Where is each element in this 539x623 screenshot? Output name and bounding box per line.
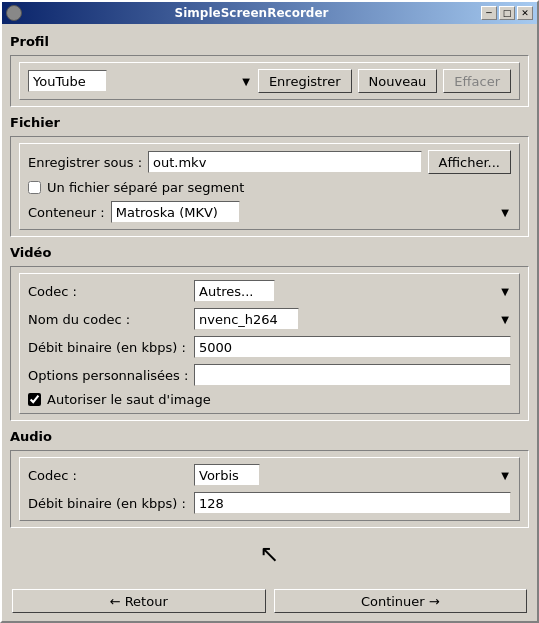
profil-section: YouTube Custom ▼ Enregistrer Nouveau Eff… (10, 55, 529, 107)
fichier-inner: Enregistrer sous : Afficher... Un fichie… (19, 143, 520, 230)
back-label: Retour (125, 594, 168, 609)
audio-codec-label: Codec : (28, 468, 188, 483)
codec-name-row: Nom du codec : nvenc_h264 libx264 ▼ (28, 308, 511, 330)
segment-checkbox[interactable] (28, 181, 41, 194)
video-section: Codec : Autres... H.264 H.265 VP8 ▼ Nom … (10, 266, 529, 421)
minimize-button[interactable]: ─ (481, 6, 497, 20)
save-as-input[interactable] (148, 151, 422, 173)
container-row: Conteneur : Matroska (MKV) MP4 AVI ▼ (28, 201, 511, 223)
new-button[interactable]: Nouveau (358, 69, 438, 93)
continue-label: Continuer (361, 594, 425, 609)
video-codec-row: Codec : Autres... H.264 H.265 VP8 ▼ (28, 280, 511, 302)
cursor-area: ↖ (10, 532, 529, 575)
skip-label: Autoriser le saut d'image (47, 392, 211, 407)
skip-row: Autoriser le saut d'image (28, 392, 511, 407)
video-codec-label: Codec : (28, 284, 188, 299)
audio-section: Codec : Vorbis AAC MP3 ▼ Débit binaire (… (10, 450, 529, 528)
audio-codec-row: Codec : Vorbis AAC MP3 ▼ (28, 464, 511, 486)
codec-name-dropdown[interactable]: nvenc_h264 libx264 (194, 308, 299, 330)
container-dropdown-arrow: ▼ (501, 207, 509, 218)
bottom-bar: Retour Continuer (2, 581, 537, 621)
skip-checkbox[interactable] (28, 393, 41, 406)
save-as-row: Enregistrer sous : Afficher... (28, 150, 511, 174)
window-title: SimpleScreenRecorder (22, 6, 481, 20)
title-bar: SimpleScreenRecorder ─ □ ✕ (2, 2, 537, 24)
window-controls: ─ □ ✕ (481, 6, 533, 20)
video-section-label: Vidéo (10, 245, 529, 260)
continue-arrow-icon (429, 594, 440, 609)
maximize-button[interactable]: □ (499, 6, 515, 20)
window-icon (6, 5, 22, 21)
codec-name-select-wrapper: nvenc_h264 libx264 ▼ (194, 308, 511, 330)
audio-bitrate-input[interactable] (194, 492, 511, 514)
video-inner: Codec : Autres... H.264 H.265 VP8 ▼ Nom … (19, 273, 520, 414)
video-bitrate-row: Débit binaire (en kbps) : (28, 336, 511, 358)
profil-inner: YouTube Custom ▼ Enregistrer Nouveau Eff… (19, 62, 520, 100)
profil-row: YouTube Custom ▼ Enregistrer Nouveau Eff… (28, 69, 511, 93)
profil-dropdown-arrow: ▼ (242, 76, 250, 87)
continue-button[interactable]: Continuer (274, 589, 528, 613)
back-arrow-icon (110, 594, 121, 609)
profil-select-wrapper: YouTube Custom ▼ (28, 70, 252, 92)
save-button[interactable]: Enregistrer (258, 69, 352, 93)
codec-name-dropdown-arrow: ▼ (501, 314, 509, 325)
video-codec-dropdown-arrow: ▼ (501, 286, 509, 297)
video-codec-dropdown[interactable]: Autres... H.264 H.265 VP8 (194, 280, 275, 302)
save-as-label: Enregistrer sous : (28, 155, 142, 170)
audio-bitrate-row: Débit binaire (en kbps) : (28, 492, 511, 514)
segment-label: Un fichier séparé par segment (47, 180, 244, 195)
audio-section-label: Audio (10, 429, 529, 444)
close-button[interactable]: ✕ (517, 6, 533, 20)
browse-button[interactable]: Afficher... (428, 150, 511, 174)
audio-codec-dropdown[interactable]: Vorbis AAC MP3 (194, 464, 260, 486)
fichier-section-label: Fichier (10, 115, 529, 130)
container-dropdown[interactable]: Matroska (MKV) MP4 AVI (111, 201, 240, 223)
cursor-icon: ↖ (259, 540, 279, 568)
window-content: Profil YouTube Custom ▼ Enregistrer Nouv… (2, 24, 537, 581)
video-codec-select-wrapper: Autres... H.264 H.265 VP8 ▼ (194, 280, 511, 302)
options-input[interactable] (194, 364, 511, 386)
container-select-wrapper: Matroska (MKV) MP4 AVI ▼ (111, 201, 511, 223)
back-button[interactable]: Retour (12, 589, 266, 613)
codec-name-label: Nom du codec : (28, 312, 188, 327)
main-window: SimpleScreenRecorder ─ □ ✕ Profil YouTub… (0, 0, 539, 623)
audio-bitrate-label: Débit binaire (en kbps) : (28, 496, 188, 511)
fichier-section: Enregistrer sous : Afficher... Un fichie… (10, 136, 529, 237)
audio-codec-select-wrapper: Vorbis AAC MP3 ▼ (194, 464, 511, 486)
profil-section-label: Profil (10, 34, 529, 49)
audio-inner: Codec : Vorbis AAC MP3 ▼ Débit binaire (… (19, 457, 520, 521)
options-row: Options personnalisées : (28, 364, 511, 386)
video-bitrate-input[interactable] (194, 336, 511, 358)
profil-dropdown[interactable]: YouTube Custom (28, 70, 107, 92)
delete-button[interactable]: Effacer (443, 69, 511, 93)
audio-codec-dropdown-arrow: ▼ (501, 470, 509, 481)
options-label: Options personnalisées : (28, 368, 188, 383)
video-bitrate-label: Débit binaire (en kbps) : (28, 340, 188, 355)
container-label: Conteneur : (28, 205, 105, 220)
segment-row: Un fichier séparé par segment (28, 180, 511, 195)
